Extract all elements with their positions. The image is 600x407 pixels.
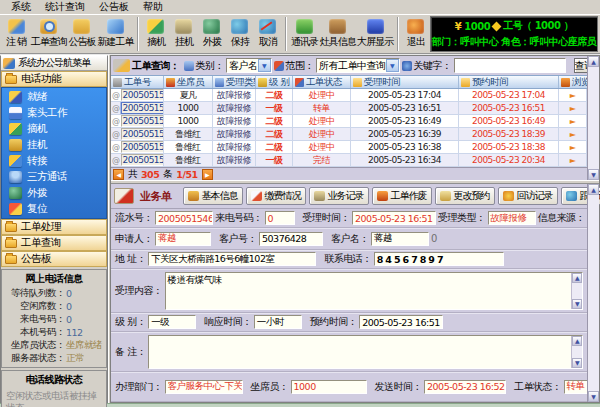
header-status[interactable]: 工单状态 [293, 76, 351, 88]
bulletin-button[interactable]: 公告板 [67, 15, 96, 53]
table-row[interactable]: @2005051547 夏凡 故障报修 二级 处理中 2005-05-23 17… [111, 89, 587, 102]
sidebar-item-threeway-call[interactable]: 三方通话 [2, 169, 106, 185]
tab-payment-status[interactable]: 缴费情况 [246, 187, 306, 205]
scroll-up-icon[interactable]: ▲ [588, 184, 599, 195]
sidebar-section-phone[interactable]: 电话功能 [1, 71, 107, 87]
sidebar-item-reset[interactable]: 复位 [2, 201, 106, 217]
dialout-button[interactable]: 外拨 [198, 15, 226, 53]
browse-icon[interactable]: ► [570, 143, 576, 152]
scroll-down-icon[interactable]: ▼ [572, 299, 582, 309]
hangup-button[interactable]: 挂机 [170, 15, 198, 53]
header-order-id[interactable]: 工单号 [111, 76, 164, 88]
header-level[interactable]: 级 别 [256, 76, 293, 88]
scroll-down-icon[interactable]: ▼ [588, 169, 599, 180]
scroll-down-icon[interactable]: ▼ [572, 358, 582, 368]
sidebar-section-order-processing[interactable]: 工单处理 [1, 219, 107, 235]
order-id[interactable]: 2005051542 [121, 141, 165, 153]
scroll-up-icon[interactable]: ▲ [588, 56, 599, 67]
customer-name-field[interactable]: 蒋越 [371, 232, 429, 246]
next-page-button[interactable]: ▶ [202, 169, 213, 180]
applicant-field[interactable]: 蒋越 [155, 232, 211, 246]
order-id[interactable]: 2005051545 [121, 115, 165, 127]
serial-field[interactable]: 2005051546 [155, 211, 213, 225]
offhook-button[interactable]: 摘机 [142, 15, 170, 53]
form-agent-field[interactable]: 1000 [291, 380, 367, 394]
browse-icon[interactable]: ► [570, 91, 576, 100]
order-query-button[interactable]: 工单查询 [30, 15, 67, 53]
sidebar-section-bulletin[interactable]: 公告板 [1, 251, 107, 267]
browse-icon[interactable]: ► [570, 130, 576, 139]
sidebar-item-hangup[interactable]: 挂机 [2, 137, 106, 153]
scroll-up-icon[interactable]: ▲ [572, 273, 582, 283]
menu-system[interactable]: 系统 [4, 0, 38, 14]
browse-icon[interactable]: ► [570, 117, 576, 126]
chevron-down-icon[interactable]: ▼ [386, 59, 399, 72]
keyword-input[interactable] [454, 58, 566, 73]
appoint-time-cell: 2005-05-23 16:51 [459, 102, 559, 114]
table-row[interactable]: @2005051545 1000 故障报修 二级 处理中 2005-05-23 … [111, 115, 587, 128]
sidebar-section-order-query[interactable]: 工单查询 [1, 235, 107, 251]
tab-change-appointment[interactable]: 更改预约 [435, 187, 495, 205]
scroll-down-icon[interactable]: ▼ [588, 391, 599, 402]
header-accept-type[interactable]: 受理类型 [213, 76, 256, 88]
form-row-dispatch: 办理部门： 客户服务中心-下关 坐席员： 1000 发送时间： 2005-05-… [111, 372, 587, 402]
remark-scrollbar[interactable]: ▲ ▼ [571, 336, 582, 368]
sidebar-item-ready[interactable]: 就绪 [2, 89, 106, 105]
form-scrollbar[interactable]: ▲ ▼ [587, 184, 599, 402]
header-accept-time[interactable]: 受理时间 [351, 76, 459, 88]
sidebar-item-transfer[interactable]: 转接 [2, 153, 106, 169]
menu-bulletin[interactable]: 公告板 [92, 0, 136, 14]
table-row-selected[interactable]: @2005051546 1000 故障报修 一级 转单 2005-05-23 1… [111, 102, 587, 115]
exit-button[interactable]: 退出 [402, 15, 430, 53]
header-appoint-time[interactable]: 预约时间 [459, 76, 559, 88]
browse-icon[interactable]: ► [570, 104, 576, 113]
table-row[interactable]: @2005051541 鲁维红 故障报修 一级 完结 2005-05-23 16… [111, 154, 587, 167]
address-field[interactable]: 下关区大桥南路16号6幢102室 [148, 252, 316, 266]
order-id[interactable]: 2005051546 [121, 102, 165, 114]
prev-page-button[interactable]: ◀ [113, 169, 124, 180]
content-scrollbar[interactable]: ▲ ▼ [571, 273, 582, 309]
header-browse[interactable]: 浏览 [559, 76, 587, 88]
menu-stats-query[interactable]: 统计查询 [38, 0, 92, 14]
accept-time-field[interactable]: 2005-05-23 16:51 [352, 211, 436, 225]
order-status-field[interactable]: 转单 [564, 380, 588, 394]
sidebar-item-desk-work[interactable]: 案头工作 [2, 105, 106, 121]
appoint-field[interactable]: 2005-05-23 16:51 [359, 315, 443, 329]
tab-callback-records[interactable]: 回访记录 [498, 187, 558, 205]
response-field[interactable]: 一小时 [254, 315, 302, 329]
contacts-button[interactable]: 通讯录 [290, 15, 319, 53]
sidebar-item-offhook[interactable]: 摘机 [2, 121, 106, 137]
tab-void-order[interactable]: 工单作废 [372, 187, 432, 205]
table-scrollbar[interactable]: ▲ ▼ [587, 56, 599, 180]
scroll-up-icon[interactable]: ▲ [572, 336, 582, 346]
level-field[interactable]: 一级 [148, 315, 196, 329]
header-agent[interactable]: 坐席员 [164, 76, 213, 88]
range-select[interactable]: 所有工单中查询▼ [316, 58, 400, 73]
accept-type-field[interactable]: 故障报修 [488, 211, 536, 225]
content-textarea[interactable]: 楼道有煤气味 ▲ ▼ [165, 272, 584, 310]
cancel-button[interactable]: 取消 [254, 15, 282, 53]
remark-textarea[interactable]: ▲ ▼ [148, 335, 583, 369]
customer-no-field[interactable]: 50376428 [259, 232, 323, 246]
order-id[interactable]: 2005051547 [121, 89, 165, 101]
browse-icon[interactable]: ► [570, 156, 576, 165]
hold-button[interactable]: 保持 [226, 15, 254, 53]
stove-info-button[interactable]: 灶具信息 [319, 15, 356, 53]
tab-business-records[interactable]: 业务记录 [309, 187, 369, 205]
order-id[interactable]: 2005051543 [121, 128, 165, 140]
type-select[interactable]: 客户名▼ [226, 58, 272, 73]
order-id[interactable]: 2005051541 [121, 154, 165, 166]
send-time-field[interactable]: 2005-05-23 16:52 [424, 380, 506, 394]
menu-help[interactable]: 帮助 [136, 0, 170, 14]
caller-field[interactable]: 0 [265, 211, 295, 225]
chevron-down-icon[interactable]: ▼ [258, 59, 271, 72]
sidebar-item-dialout[interactable]: 外拨 [2, 185, 106, 201]
table-row[interactable]: @2005051542 鲁维红 故障报修 二级 处理中 2005-05-23 1… [111, 141, 587, 154]
big-screen-button[interactable]: 大屏显示 [356, 15, 393, 53]
logout-button[interactable]: 注 销 [2, 15, 30, 53]
dept-field[interactable]: 客户服务中心-下关 [165, 380, 243, 394]
table-row[interactable]: @2005051543 鲁维红 故障报修 二级 处理中 2005-05-23 1… [111, 128, 587, 141]
phone-field[interactable]: 84567897 [374, 252, 504, 266]
new-order-button[interactable]: 新建工单 [96, 15, 133, 53]
tab-basic-info[interactable]: 基本信息 [183, 187, 243, 205]
